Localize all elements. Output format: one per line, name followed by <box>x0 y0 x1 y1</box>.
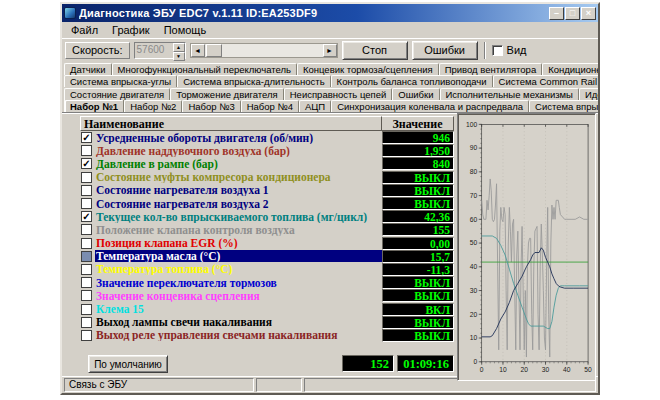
column-header-value: Значение <box>382 116 454 131</box>
table-row[interactable]: Выход реле управления свечами накаливани… <box>80 329 454 342</box>
table-row[interactable]: Значение переключателя тормозов ВЫКЛ <box>80 276 454 289</box>
toolbar: Скорость: 57600 ▲ ▼ ◄ ► Стоп Ошибки Вид <box>62 38 598 61</box>
menu-item[interactable]: График <box>105 23 157 37</box>
tab[interactable]: Неисправность цепей <box>284 88 393 100</box>
row-checkbox[interactable] <box>81 172 92 183</box>
parameter-value: ВЫКЛ <box>382 171 454 184</box>
speed-scrollbar[interactable]: ◄ ► <box>190 43 338 58</box>
row-checkbox[interactable] <box>81 251 92 262</box>
table-row[interactable]: Выход лампы свечи накаливания ВЫКЛ <box>80 316 454 329</box>
tab[interactable]: Контроль баланса топливоподачи <box>331 75 493 87</box>
parameter-name: Состояние нагревателя воздуха 1 <box>95 184 382 196</box>
scroll-right-icon[interactable]: ► <box>323 44 337 57</box>
tab[interactable]: Датчики <box>64 63 112 75</box>
tab[interactable]: Система впрыска-углы <box>64 75 177 87</box>
tab[interactable]: Идентификация <box>579 88 598 100</box>
spin-down-icon[interactable]: ▼ <box>173 52 185 61</box>
table-row[interactable]: Состояние муфты компресора кондиционера … <box>80 171 454 184</box>
tab[interactable]: Система впрыска-количество <box>529 100 598 112</box>
row-checkbox[interactable] <box>81 317 92 328</box>
row-checkbox[interactable] <box>81 238 92 249</box>
parameter-name: Выход лампы свечи накаливания <box>95 316 382 328</box>
row-checkbox[interactable]: ✓ <box>81 158 92 169</box>
parameter-name: Выход реле управления свечами накаливани… <box>95 329 382 341</box>
table-body: ✓ Усредненные обороты двигателя (об/мин)… <box>80 131 454 342</box>
tab[interactable]: Привод вентилятора <box>439 63 543 75</box>
menu-item[interactable]: Помощь <box>157 23 214 37</box>
speed-combo[interactable]: 57600 ▲ ▼ <box>134 42 186 59</box>
table-row[interactable]: Клема 15 ВКЛ <box>80 302 454 315</box>
maximize-icon[interactable]: □ <box>565 7 580 20</box>
tab[interactable]: Кондиционер <box>542 63 598 75</box>
tab[interactable]: Набор №4 <box>241 100 299 112</box>
row-checkbox[interactable]: ✓ <box>81 211 92 222</box>
minimize-icon[interactable]: – <box>549 7 564 20</box>
table-row[interactable]: Температура топлива (°C) -11,3 <box>80 263 454 276</box>
tab[interactable]: Система впрыска-длительность <box>177 75 330 87</box>
parameter-value: -11,3 <box>382 263 454 276</box>
parameter-name: Температура масла (°C) <box>95 250 382 262</box>
table-header: Наименование Значение <box>80 116 454 131</box>
titlebar[interactable]: Диагностика ЭБУ EDC7 v.1.11 ID:EA253DF9 … <box>62 4 598 22</box>
svg-text:0: 0 <box>474 358 478 365</box>
parameter-name: Значение переключателя тормозов <box>95 277 382 289</box>
tab[interactable]: Исполнительные механизмы <box>440 88 579 100</box>
row-checkbox[interactable] <box>81 304 92 315</box>
tab[interactable]: Система Common Rail <box>493 75 598 87</box>
row-checkbox[interactable] <box>81 224 92 235</box>
tab[interactable]: Набор №2 <box>124 100 182 112</box>
svg-text:40: 40 <box>470 263 478 270</box>
table-row[interactable]: Давление наддувочного воздуха (бар) 1,95… <box>80 144 454 157</box>
menu-item[interactable]: Файл <box>64 23 105 37</box>
parameter-value: ВЫКЛ <box>382 197 454 210</box>
row-checkbox[interactable] <box>81 277 92 288</box>
parameter-value: 1,950 <box>382 144 454 157</box>
row-checkbox[interactable]: ✓ <box>81 132 92 143</box>
view-checkbox-box[interactable] <box>492 45 503 56</box>
tab[interactable]: Торможение двигателя <box>170 88 284 100</box>
tab[interactable]: Ошибки <box>392 88 439 100</box>
table-row[interactable]: Состояние нагревателя воздуха 2 ВЫКЛ <box>80 197 454 210</box>
errors-button[interactable]: Ошибки <box>412 41 478 60</box>
stop-button[interactable]: Стоп <box>342 41 408 60</box>
row-checkbox[interactable] <box>81 264 92 275</box>
parameter-name: Температура топлива (°C) <box>95 263 382 275</box>
parameter-value: 840 <box>382 157 454 170</box>
svg-text:40: 40 <box>563 366 571 373</box>
default-button[interactable]: По умолчанию <box>88 355 168 373</box>
close-icon[interactable]: × <box>581 7 596 20</box>
parameter-value: ВЫКЛ <box>382 329 454 342</box>
table-row[interactable]: Значение концевика сцепления ВЫКЛ <box>80 289 454 302</box>
tab[interactable]: Набор №1 <box>64 100 124 113</box>
tab[interactable]: АЦП <box>299 100 331 112</box>
tab[interactable]: Набор №3 <box>182 100 240 112</box>
live-chart: 010203040506070809010001020304050 <box>461 117 593 378</box>
tab[interactable]: Синхронизация коленвала и распредвала <box>331 100 529 112</box>
row-checkbox[interactable] <box>81 145 92 156</box>
row-checkbox[interactable] <box>81 185 92 196</box>
speed-label: Скорость: <box>65 42 130 59</box>
row-checkbox[interactable] <box>81 330 92 341</box>
parameter-name: Давление наддувочного воздуха (бар) <box>95 145 382 157</box>
column-header-name: Наименование <box>80 116 382 131</box>
scrollbar-thumb[interactable] <box>206 44 222 57</box>
table-row[interactable]: Температура масла (°C) 15,7 <box>80 250 454 263</box>
tab-row-1: Датчики Многофункциональный переключател… <box>62 62 598 75</box>
scrollbar-track[interactable] <box>205 44 323 57</box>
tab[interactable]: Многофункциональный переключатель <box>112 63 297 75</box>
table-row[interactable]: Положение клапана контроля воздуха 155 <box>80 223 454 236</box>
tab[interactable]: Концевик тормоза/сцепления <box>297 63 439 75</box>
row-checkbox[interactable] <box>81 290 92 301</box>
table-row[interactable]: ✓ Текущее кол-во впрыскиваемого топлива … <box>80 210 454 223</box>
tab[interactable]: Состояние двигателя <box>64 88 170 100</box>
view-checkbox[interactable]: Вид <box>492 44 527 56</box>
parameter-value: ВКЛ <box>382 303 454 316</box>
spin-up-icon[interactable]: ▲ <box>173 43 185 52</box>
row-checkbox[interactable] <box>81 198 92 209</box>
table-row[interactable]: ✓ Давление в рампе (бар) 840 <box>80 157 454 170</box>
table-row[interactable]: ✓ Усредненные обороты двигателя (об/мин)… <box>80 131 454 144</box>
table-row[interactable]: Состояние нагревателя воздуха 1 ВЫКЛ <box>80 184 454 197</box>
parameter-name: Состояние муфты компресора кондиционера <box>95 171 382 183</box>
scroll-left-icon[interactable]: ◄ <box>191 44 205 57</box>
table-row[interactable]: Позиция клапана EGR (%) 0,00 <box>80 237 454 250</box>
